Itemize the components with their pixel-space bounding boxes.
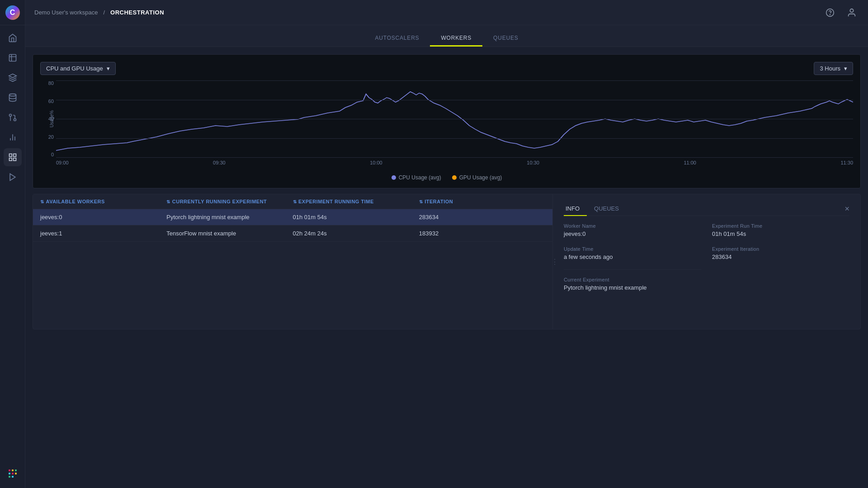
experiment-run-time-value: 01h 01m 54s	[712, 230, 849, 237]
current-experiment-field: Current Experiment Pytorch lightning mni…	[564, 277, 701, 291]
svg-rect-20	[15, 473, 17, 474]
grid-line-0	[56, 157, 853, 158]
x-label-0900: 09:00	[56, 160, 69, 171]
svg-rect-9	[13, 154, 16, 157]
table-header: ⇅ AVAILABLE WORKERS ⇅ CURRENTLY RUNNING …	[33, 194, 552, 209]
chart-area: 0 20 40 60 80 Usage%	[40, 80, 853, 171]
y-label-60: 60	[40, 99, 54, 104]
svg-marker-12	[10, 174, 15, 181]
info-tab-group: INFO QUEUES	[564, 202, 632, 216]
sidebar-item-home[interactable]	[4, 29, 22, 47]
y-label-80: 80	[40, 80, 54, 86]
info-panel-content: INFO QUEUES × Worker Name jeeves:0	[553, 194, 860, 307]
th-iteration: ⇅ ITERATION	[419, 199, 545, 204]
th-available-workers: ⇅ AVAILABLE WORKERS	[40, 199, 166, 204]
info-panel: ⋮ INFO QUEUES ×	[553, 194, 860, 329]
x-label-1100: 11:00	[684, 160, 696, 171]
sidebar-item-pipelines[interactable]	[4, 108, 22, 127]
svg-rect-19	[15, 469, 17, 471]
legend-gpu: GPU Usage (avg)	[452, 174, 502, 181]
sidebar-item-orchestration[interactable]	[4, 148, 22, 166]
current-experiment-label: Current Experiment	[564, 277, 701, 282]
cpu-legend-label: CPU Usage (avg)	[399, 174, 441, 181]
sidebar-item-models[interactable]	[4, 69, 22, 87]
running-time-1: 02h 24m 24s	[293, 230, 419, 237]
svg-rect-16	[12, 469, 14, 471]
breadcrumb-page: ORCHESTRATION	[110, 9, 164, 16]
user-avatar[interactable]	[844, 5, 859, 20]
sort-time-icon: ⇅	[293, 199, 297, 204]
sidebar-item-reports[interactable]	[4, 128, 22, 146]
svg-point-2	[14, 119, 16, 121]
worker-name-0: jeeves:0	[40, 214, 166, 221]
update-time-field: Update Time a few seconds ago	[564, 246, 701, 260]
sidebar-item-deploy[interactable]	[4, 168, 22, 186]
info-fields-grid: Worker Name jeeves:0 Update Time a few s…	[564, 223, 849, 300]
running-time-0: 01h 01m 54s	[293, 214, 419, 221]
sort-experiment-icon: ⇅	[166, 199, 170, 204]
iteration-0: 283634	[419, 214, 545, 221]
experiment-iteration-value: 283634	[712, 253, 849, 260]
worker-name-value: jeeves:0	[564, 230, 701, 237]
svg-rect-10	[9, 158, 12, 161]
metric-dropdown[interactable]: CPU and GPU Usage ▾	[40, 62, 116, 75]
tab-autoscalers[interactable]: AUTOSCALERS	[364, 29, 430, 47]
info-left-column: Worker Name jeeves:0 Update Time a few s…	[564, 223, 701, 300]
sort-iteration-icon: ⇅	[419, 199, 423, 204]
worker-name-1: jeeves:1	[40, 230, 166, 237]
y-label-0: 0	[40, 152, 54, 157]
breadcrumb-workspace: Demo User's workspace	[34, 9, 98, 16]
grid-line-20	[56, 138, 853, 139]
info-tab-queues[interactable]: QUEUES	[592, 202, 626, 216]
sidebar-item-experiments[interactable]	[4, 49, 22, 67]
sidebar: C	[0, 0, 25, 488]
grid-line-40	[56, 119, 853, 119]
main-content: Demo User's workspace / ORCHESTRATION AU…	[25, 0, 868, 488]
gpu-legend-dot	[452, 175, 457, 180]
chevron-down-icon: ▾	[107, 65, 110, 72]
chart-legend: CPU Usage (avg) GPU Usage (avg)	[40, 174, 853, 181]
experiment-name-1: TensorFlow mnist example	[166, 230, 292, 237]
tab-workers[interactable]: WORKERS	[430, 29, 482, 47]
info-divider	[564, 269, 701, 270]
worker-name-label: Worker Name	[564, 223, 701, 229]
close-info-button[interactable]: ×	[844, 205, 849, 213]
svg-rect-14	[9, 473, 10, 474]
chart-card: CPU and GPU Usage ▾ 3 Hours ▾ 0 20 40 60…	[33, 54, 861, 188]
workers-table: ⇅ AVAILABLE WORKERS ⇅ CURRENTLY RUNNING …	[33, 194, 553, 329]
svg-point-1	[9, 94, 16, 96]
sidebar-item-datasets[interactable]	[4, 89, 22, 107]
experiment-run-time-field: Experiment Run Time 01h 01m 54s	[712, 223, 849, 237]
worker-name-field: Worker Name jeeves:0	[564, 223, 701, 237]
slack-icon[interactable]	[4, 465, 22, 483]
table-row[interactable]: jeeves:1 TensorFlow mnist example 02h 24…	[33, 225, 552, 242]
chart-x-axis: 09:00 09:30 10:00 10:30 11:00 11:30	[56, 160, 853, 171]
sort-workers-icon: ⇅	[40, 199, 44, 204]
table-row[interactable]: jeeves:0 Pytorch lightning mnist example…	[33, 209, 552, 225]
info-tab-bar: INFO QUEUES ×	[564, 202, 849, 216]
th-running-time: ⇅ EXPERIMENT RUNNING TIME	[293, 199, 419, 204]
info-right-column: Experiment Run Time 01h 01m 54s Experime…	[712, 223, 849, 300]
breadcrumb: Demo User's workspace / ORCHESTRATION	[34, 9, 164, 16]
th-running-experiment: ⇅ CURRENTLY RUNNING EXPERIMENT	[166, 199, 292, 204]
chevron-down-icon-time: ▾	[844, 65, 847, 72]
x-label-1000: 10:00	[370, 160, 382, 171]
tab-bar: AUTOSCALERS WORKERS QUEUES	[25, 25, 868, 47]
logo-icon: C	[5, 5, 20, 20]
svg-rect-15	[9, 476, 10, 478]
svg-point-3	[9, 114, 11, 117]
svg-rect-13	[9, 469, 10, 471]
svg-rect-17	[12, 473, 14, 474]
experiment-iteration-field: Experiment Iteration 283634	[712, 246, 849, 260]
time-dropdown[interactable]: 3 Hours ▾	[814, 62, 853, 75]
current-experiment-value: Pytorch lightning mnist example	[564, 284, 701, 291]
x-label-1030: 10:30	[527, 160, 539, 171]
help-icon[interactable]	[823, 5, 837, 20]
y-label-20: 20	[40, 134, 54, 140]
app-logo[interactable]: C	[0, 0, 25, 25]
resize-handle[interactable]: ⋮	[553, 258, 557, 266]
info-tab-info[interactable]: INFO	[564, 202, 587, 216]
sidebar-nav	[4, 25, 22, 459]
tab-queues[interactable]: QUEUES	[482, 29, 529, 47]
experiment-iteration-label: Experiment Iteration	[712, 246, 849, 252]
